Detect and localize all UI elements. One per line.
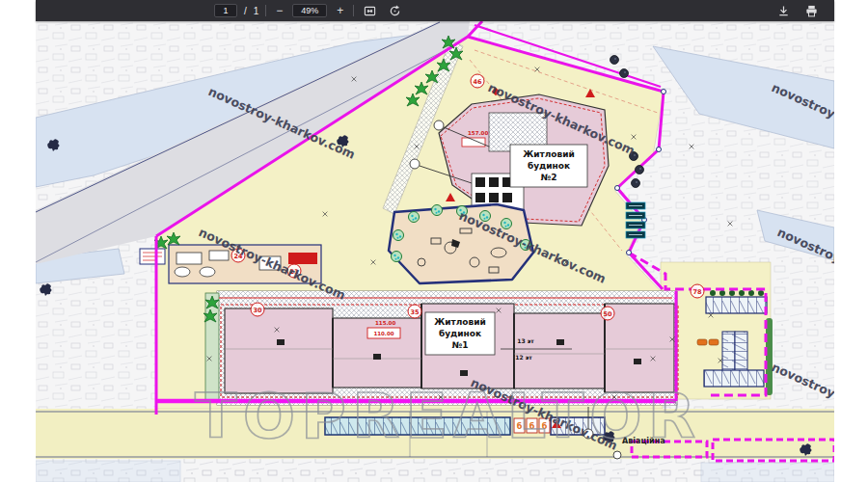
marker-35: 35 — [410, 308, 420, 316]
building2-name-line3: №2 — [540, 173, 556, 182]
pdf-canvas[interactable]: Житловий будинок №1 13 эт 12 эт 115.00 1… — [36, 21, 834, 482]
pdf-toolbar: 1 / 1 − 49% + — [36, 0, 834, 21]
building1-name-line2: будинок — [439, 329, 481, 338]
toolbar-separator — [265, 5, 266, 16]
building2-name-line2: будинок — [528, 161, 570, 171]
print-button[interactable] — [802, 3, 821, 19]
page-total: 1 — [254, 6, 259, 16]
zoom-level[interactable]: 49% — [292, 4, 327, 17]
building1-name-line1: Житловий — [434, 317, 486, 327]
building1-elevation-box: 110.00 — [373, 331, 393, 336]
rotate-icon — [389, 5, 401, 17]
building1-name-line3: №1 — [451, 340, 468, 350]
page-divider: / — [244, 6, 247, 16]
building1-elevation-top: 115.00 — [375, 320, 395, 326]
rotate-button[interactable] — [386, 3, 404, 19]
building1-floors-13: 13 эт — [517, 337, 534, 344]
marker-50: 50 — [603, 310, 612, 318]
fit-page-button[interactable] — [361, 3, 379, 19]
fit-page-icon — [364, 5, 376, 17]
zoom-in-button[interactable]: + — [334, 3, 346, 18]
page-number-input[interactable]: 1 — [214, 4, 237, 17]
building2-name-line1: Житловий — [523, 149, 575, 159]
toolbar-center-group: 1 / 1 − 49% + — [214, 3, 404, 19]
building1-floors-12: 12 эт — [515, 354, 532, 361]
marker-46: 46 — [473, 78, 482, 86]
marker-30: 30 — [253, 307, 262, 314]
print-icon — [805, 5, 818, 17]
download-icon — [777, 5, 790, 17]
building2-elevation: 157.00 — [468, 130, 488, 136]
zoom-out-button[interactable]: − — [273, 3, 285, 18]
toolbar-separator — [353, 5, 354, 16]
download-button[interactable] — [774, 3, 793, 19]
site-plan-drawing: Житловий будинок №1 13 эт 12 эт 115.00 1… — [36, 21, 834, 482]
pdf-viewer: 1 / 1 − 49% + — [36, 0, 834, 482]
marker-78: 78 — [692, 288, 702, 296]
toolbar-right-group — [774, 3, 821, 19]
brand-watermark: TOPREALTOR — [195, 381, 701, 452]
